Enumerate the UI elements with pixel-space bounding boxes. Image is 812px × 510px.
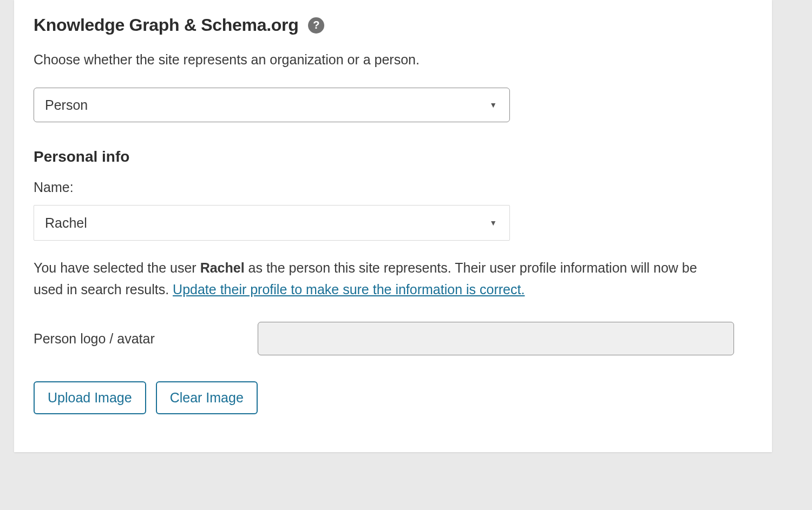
selected-user-info: You have selected the user Rachel as the…: [34, 257, 721, 300]
update-profile-link[interactable]: Update their profile to make sure the in…: [173, 282, 525, 297]
clear-image-button[interactable]: Clear Image: [156, 381, 258, 414]
name-label: Name:: [34, 180, 752, 195]
upload-image-button[interactable]: Upload Image: [34, 381, 146, 414]
section-title: Knowledge Graph & Schema.org: [34, 15, 298, 35]
image-button-row: Upload Image Clear Image: [34, 381, 752, 414]
logo-avatar-input[interactable]: [258, 322, 734, 355]
personal-info-title: Personal info: [34, 148, 752, 165]
entity-type-select-wrapper: Person ▼: [34, 88, 510, 122]
logo-row: Person logo / avatar: [34, 322, 752, 355]
help-icon[interactable]: ?: [308, 17, 324, 34]
info-prefix: You have selected the user: [34, 260, 200, 275]
name-select[interactable]: Rachel: [34, 205, 510, 241]
entity-type-select[interactable]: Person: [34, 88, 510, 122]
name-select-wrapper: Rachel ▼: [34, 205, 510, 241]
section-title-row: Knowledge Graph & Schema.org ?: [34, 15, 752, 35]
section-description: Choose whether the site represents an or…: [34, 50, 752, 69]
info-user-name: Rachel: [200, 260, 245, 275]
logo-label: Person logo / avatar: [34, 331, 155, 347]
settings-panel: Knowledge Graph & Schema.org ? Choose wh…: [14, 0, 772, 452]
